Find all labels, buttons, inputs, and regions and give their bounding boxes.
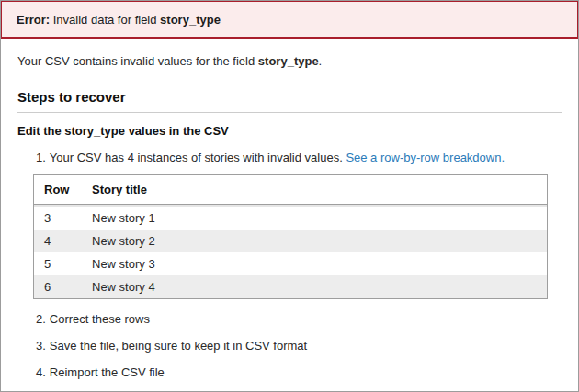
story-title-cell: New story 2 bbox=[82, 230, 547, 252]
steps-to-recover-heading: Steps to recover bbox=[17, 89, 562, 105]
step-1: 1.Your CSV has 4 instances of stories wi… bbox=[36, 151, 562, 164]
step-4-number: 4. bbox=[36, 365, 46, 379]
table-row: 6 New story 4 bbox=[34, 275, 547, 298]
row-number-cell: 3 bbox=[34, 205, 82, 230]
error-message: Invalid data for field bbox=[53, 13, 157, 27]
story-title-cell: New story 4 bbox=[82, 275, 547, 298]
edit-values-heading: Edit the story_type values in the CSV bbox=[17, 124, 562, 138]
invalid-rows-table: Row Story title 3 New story 1 4 New stor… bbox=[33, 174, 548, 299]
step-3-text: Save the file, being sure to keep it in … bbox=[50, 339, 307, 353]
story-title-cell: New story 3 bbox=[82, 252, 547, 275]
error-field-name: story_type bbox=[160, 13, 221, 27]
column-header-row: Row bbox=[34, 175, 82, 205]
table-header-row: Row Story title bbox=[34, 175, 547, 205]
table-row: 5 New story 3 bbox=[34, 252, 547, 275]
error-content: Your CSV contains invalid values for the… bbox=[1, 54, 578, 379]
row-number-cell: 4 bbox=[34, 230, 82, 252]
row-number-cell: 5 bbox=[34, 252, 82, 275]
heading-divider bbox=[17, 112, 562, 113]
table-row: 3 New story 1 bbox=[34, 205, 547, 230]
step-2-text: Correct these rows bbox=[50, 312, 150, 326]
step-4-text: Reimport the CSV file bbox=[50, 365, 165, 379]
error-page: Error: Invalid data for field story_type… bbox=[0, 0, 579, 392]
step-2: 2.Correct these rows bbox=[36, 312, 562, 326]
step-2-number: 2. bbox=[36, 312, 46, 326]
error-banner: Error: Invalid data for field story_type bbox=[0, 0, 579, 39]
step-1-number: 1. bbox=[36, 151, 46, 164]
step-3-number: 3. bbox=[36, 339, 46, 353]
step-3: 3.Save the file, being sure to keep it i… bbox=[36, 339, 562, 353]
story-title-cell: New story 1 bbox=[82, 205, 547, 230]
step-4: 4.Reimport the CSV file bbox=[36, 365, 562, 379]
step-1-text: Your CSV has 4 instances of stories with… bbox=[50, 151, 343, 164]
column-header-story-title: Story title bbox=[82, 175, 547, 205]
error-label: Error: bbox=[17, 13, 50, 27]
row-breakdown-link[interactable]: See a row-by-row breakdown. bbox=[346, 151, 505, 164]
row-number-cell: 6 bbox=[34, 275, 82, 298]
table-row: 4 New story 2 bbox=[34, 230, 547, 252]
intro-text: Your CSV contains invalid values for the… bbox=[17, 54, 562, 68]
intro-field-name: story_type bbox=[258, 54, 319, 68]
